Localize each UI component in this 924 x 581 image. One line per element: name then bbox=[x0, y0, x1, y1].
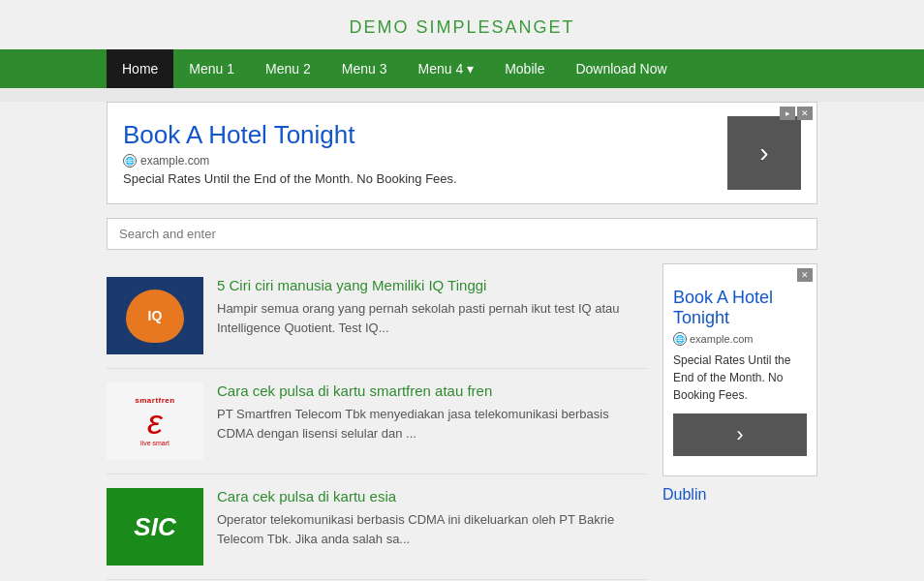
ad-arrow-button[interactable]: ▸ bbox=[780, 107, 795, 120]
sidebar-extra-title: Dublin bbox=[662, 486, 817, 504]
ad-sidebar: ✕ Book A Hotel Tonight 🌐 example.com Spe… bbox=[662, 263, 817, 476]
post-excerpt-1: Hampir semua orang yang pernah sekolah p… bbox=[217, 299, 647, 337]
smartfren-logo: smartfren ε live smart bbox=[135, 396, 174, 446]
search-bar bbox=[107, 218, 817, 250]
sidebar-extra: Dublin bbox=[662, 486, 817, 504]
post-content-3: Cara cek pulsa di kartu esia Operator te… bbox=[217, 488, 647, 548]
ad-top-description: Special Rates Until the End of the Month… bbox=[123, 171, 708, 186]
globe-icon: 🌐 bbox=[123, 154, 137, 168]
post-thumbnail-esia: SIC bbox=[107, 488, 203, 566]
post-item: SIC Cara cek pulsa di kartu esia Operato… bbox=[107, 474, 647, 580]
post-content-1: 5 Ciri ciri manusia yang Memiliki IQ Tin… bbox=[217, 277, 647, 337]
ad-sidebar-description: Special Rates Until the End of the Month… bbox=[673, 352, 807, 404]
nav-item-download[interactable]: Download Now bbox=[560, 49, 682, 88]
sidebar: ✕ Book A Hotel Tonight 🌐 example.com Spe… bbox=[662, 263, 817, 580]
posts-column: IQ 5 Ciri ciri manusia yang Memiliki IQ … bbox=[107, 263, 647, 580]
nav-item-menu3[interactable]: Menu 3 bbox=[326, 49, 403, 88]
post-thumbnail-smartfren: smartfren ε live smart bbox=[107, 382, 203, 460]
post-item: smartfren ε live smart Cara cek pulsa di… bbox=[107, 369, 647, 474]
ad-top-cta-button[interactable]: › bbox=[727, 116, 801, 190]
ad-top-domain: 🌐 example.com bbox=[123, 154, 708, 168]
ad-sidebar-domain: 🌐 example.com bbox=[673, 332, 807, 346]
post-content-2: Cara cek pulsa di kartu smartfren atau f… bbox=[217, 382, 647, 443]
post-title-3[interactable]: Cara cek pulsa di kartu esia bbox=[217, 488, 647, 505]
chevron-down-icon: ▾ bbox=[467, 61, 474, 76]
ad-sidebar-controls: ✕ bbox=[797, 268, 813, 282]
ad-left-content: Book A Hotel Tonight 🌐 example.com Speci… bbox=[123, 120, 708, 186]
site-title: DEMO SIMPLESANGET bbox=[0, 0, 924, 49]
ad-sidebar-cta-button[interactable]: › bbox=[673, 413, 807, 456]
ad-banner-top: ▸ ✕ Book A Hotel Tonight 🌐 example.com S… bbox=[107, 102, 817, 204]
post-thumbnail-iq: IQ bbox=[107, 277, 203, 354]
ad-top-title: Book A Hotel Tonight bbox=[123, 120, 708, 150]
ad-close-button[interactable]: ✕ bbox=[797, 107, 813, 120]
nav-item-mobile[interactable]: Mobile bbox=[489, 49, 560, 88]
main-layout: IQ 5 Ciri ciri manusia yang Memiliki IQ … bbox=[107, 263, 817, 580]
iq-brain-icon: IQ bbox=[126, 290, 184, 343]
esia-logo-text: SIC bbox=[134, 512, 175, 542]
search-input[interactable] bbox=[107, 218, 817, 250]
post-excerpt-3: Operator telekomunikasi berbasis CDMA in… bbox=[217, 510, 647, 548]
nav-item-menu1[interactable]: Menu 1 bbox=[173, 49, 250, 88]
nav-item-menu4[interactable]: Menu 4 ▾ bbox=[402, 49, 489, 88]
post-excerpt-2: PT Smartfren Telecom Tbk menyediakan jas… bbox=[217, 405, 647, 443]
ad-sidebar-title: Book A Hotel Tonight bbox=[673, 288, 807, 328]
ad-sidebar-close-button[interactable]: ✕ bbox=[797, 268, 813, 282]
post-title-2[interactable]: Cara cek pulsa di kartu smartfren atau f… bbox=[217, 382, 647, 399]
nav-item-menu2[interactable]: Menu 2 bbox=[250, 49, 326, 88]
content-area: ▸ ✕ Book A Hotel Tonight 🌐 example.com S… bbox=[0, 102, 924, 581]
ad-controls-top: ▸ ✕ bbox=[780, 107, 813, 120]
post-item: IQ 5 Ciri ciri manusia yang Memiliki IQ … bbox=[107, 263, 647, 369]
navbar: Home Menu 1 Menu 2 Menu 3 Menu 4 ▾ Mobil… bbox=[0, 49, 924, 88]
post-title-1[interactable]: 5 Ciri ciri manusia yang Memiliki IQ Tin… bbox=[217, 277, 647, 293]
globe-icon: 🌐 bbox=[673, 332, 687, 346]
nav-item-home[interactable]: Home bbox=[107, 49, 173, 88]
